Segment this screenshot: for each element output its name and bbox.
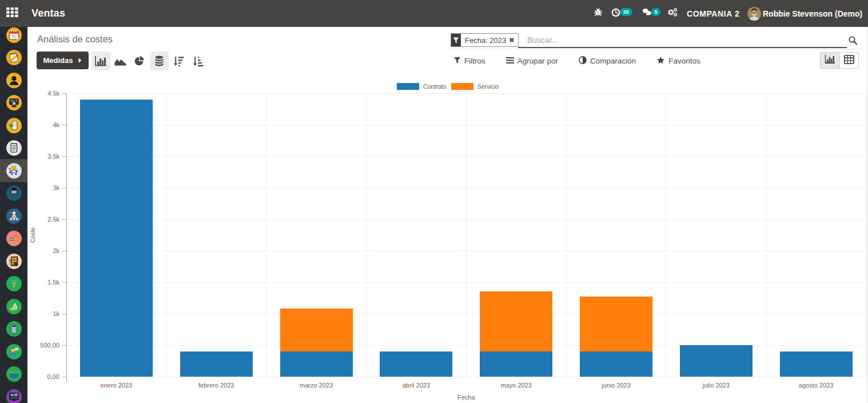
graph-view: 0,00500,001k1.5k2k2.5k3k3.5k4k4.5kenero … xyxy=(27,73,868,403)
search-icon[interactable] xyxy=(848,35,858,48)
measures-button[interactable]: Medidas xyxy=(37,52,89,69)
sort-amount-desc-button[interactable] xyxy=(169,52,188,70)
sidebar-app-contacts[interactable] xyxy=(0,69,27,92)
search-input-underline xyxy=(518,33,847,48)
sidebar-app-expenses[interactable] xyxy=(0,227,27,250)
adjust-icon xyxy=(579,56,587,66)
box-app-icon xyxy=(6,366,22,382)
sort-amount-asc-button[interactable] xyxy=(189,52,208,70)
moneybag-app-icon xyxy=(6,231,22,246)
filters-label: Filtros xyxy=(464,57,485,65)
sidebar-app-dashboards[interactable] xyxy=(0,385,27,403)
sidebar-app-employees[interactable] xyxy=(0,204,27,227)
svg-text:4k: 4k xyxy=(53,121,59,128)
svg-text:31: 31 xyxy=(11,34,16,38)
person-app-icon xyxy=(6,73,22,88)
sidebar-app-crm[interactable] xyxy=(0,272,27,295)
pie-chart-button[interactable] xyxy=(130,52,149,70)
bug-icon xyxy=(594,8,603,19)
systray: 30 5 COMPANIA 2 Robbie Stevenson (Demo) xyxy=(0,0,868,27)
laptop-app-icon xyxy=(6,185,22,201)
comparison-label: Comparación xyxy=(590,57,636,65)
svg-text:Coste: Coste xyxy=(29,227,36,243)
graph-view-button[interactable] xyxy=(820,52,839,69)
moneybag2-app-icon xyxy=(6,299,22,314)
view-switcher xyxy=(820,52,859,69)
favorites-label: Favoritos xyxy=(668,57,700,65)
facet-label: Fecha: 2023 xyxy=(461,34,509,46)
comparison-button[interactable]: Comparación xyxy=(579,56,636,66)
sort-amount-desc-icon xyxy=(173,56,184,66)
notepad-app-icon xyxy=(6,50,22,65)
svg-text:4.5k: 4.5k xyxy=(47,90,59,97)
legend-item-servicio[interactable]: Servicio xyxy=(451,83,499,90)
group-by-label: Agrupar por xyxy=(517,57,558,65)
area-chart-button[interactable] xyxy=(111,52,130,70)
sidebar-app-presentation[interactable] xyxy=(0,92,27,114)
sidebar-app-notes[interactable] xyxy=(0,46,27,69)
svg-text:1k: 1k xyxy=(53,310,59,317)
bar-chart[interactable]: 0,00500,001k1.5k2k2.5k3k3.5k4k4.5kenero … xyxy=(27,73,868,403)
area-chart-icon xyxy=(114,57,126,66)
pivot-view-button[interactable] xyxy=(839,52,859,69)
sidebar-app-support[interactable] xyxy=(0,340,27,363)
main-content: Análisis de costes Fecha: 2023 ✖ Medidas xyxy=(27,27,868,403)
debug-menu[interactable] xyxy=(591,0,606,27)
odoo-window: Ventas 30 5 xyxy=(0,0,868,403)
svg-text:500,00: 500,00 xyxy=(40,342,59,349)
control-row: Medidas Filtro xyxy=(27,52,868,70)
legend-swatch xyxy=(397,83,419,90)
user-menu[interactable]: Robbie Stevenson (Demo) xyxy=(763,0,862,27)
support-app-icon xyxy=(6,344,22,359)
calculator-app-icon xyxy=(6,321,22,337)
svg-text:enero 2023: enero 2023 xyxy=(101,382,133,389)
sidebar-app-calendar[interactable]: 31 xyxy=(0,27,27,46)
top-navbar: Ventas 30 5 xyxy=(0,0,868,27)
database-button[interactable] xyxy=(150,52,169,70)
sidebar-app-elearning[interactable] xyxy=(0,182,27,205)
favorites-button[interactable]: Favoritos xyxy=(656,56,700,66)
pivot-view-icon xyxy=(844,55,854,66)
sidebar-app-accounting[interactable] xyxy=(0,295,27,318)
search-facet[interactable]: Fecha: 2023 ✖ xyxy=(451,33,519,47)
activities-badge: 30 xyxy=(620,8,632,16)
search-options: Filtros Agrupar por Comparación Favorito… xyxy=(453,52,700,70)
facet-remove-button[interactable]: ✖ xyxy=(509,34,517,46)
shelf-app-icon xyxy=(6,254,22,269)
company-switcher[interactable]: COMPANIA 2 xyxy=(687,0,739,27)
chart-legend: ContratoServicio xyxy=(27,83,868,90)
svg-text:3k: 3k xyxy=(53,184,59,191)
sidebar-app-calculator[interactable] xyxy=(0,318,27,341)
sidebar-app-documents[interactable] xyxy=(0,137,27,160)
document-app-icon xyxy=(6,140,22,156)
measures-label: Medidas xyxy=(43,56,73,65)
settings-menu[interactable] xyxy=(664,0,680,27)
database-icon xyxy=(154,56,164,66)
orgchart-app-icon xyxy=(6,208,22,224)
sidebar-app-inventory[interactable] xyxy=(0,363,27,386)
graph-view-icon xyxy=(825,54,835,66)
bar-chart-button[interactable] xyxy=(91,52,110,70)
filters-button[interactable]: Filtros xyxy=(453,57,485,66)
sidebar-app-inventory-shelf[interactable] xyxy=(0,250,27,272)
screen-app-icon xyxy=(6,389,22,403)
search-bar: Fecha: 2023 ✖ xyxy=(451,33,863,49)
sidebar-app-subscription[interactable] xyxy=(0,114,27,137)
caret-right-icon xyxy=(78,56,82,65)
page-title: Análisis de costes xyxy=(37,34,113,45)
group-by-button[interactable]: Agrupar por xyxy=(506,57,558,66)
cogs-icon xyxy=(667,7,678,19)
legend-label: Servicio xyxy=(477,83,499,90)
svg-text:mayo 2023: mayo 2023 xyxy=(500,382,531,389)
svg-text:febrero 2023: febrero 2023 xyxy=(198,382,234,389)
pie-chart-icon xyxy=(134,56,145,66)
legend-item-contrato[interactable]: Contrato xyxy=(397,83,447,90)
svg-text:3.5k: 3.5k xyxy=(47,153,59,160)
svg-text:Fecha: Fecha xyxy=(457,394,475,401)
user-avatar[interactable] xyxy=(747,7,761,21)
svg-text:marzo 2023: marzo 2023 xyxy=(300,382,333,389)
bars-icon xyxy=(506,57,514,66)
search-input[interactable] xyxy=(518,33,847,47)
sidebar-app-ventas[interactable] xyxy=(0,159,27,182)
workstation-app-icon xyxy=(6,95,22,110)
